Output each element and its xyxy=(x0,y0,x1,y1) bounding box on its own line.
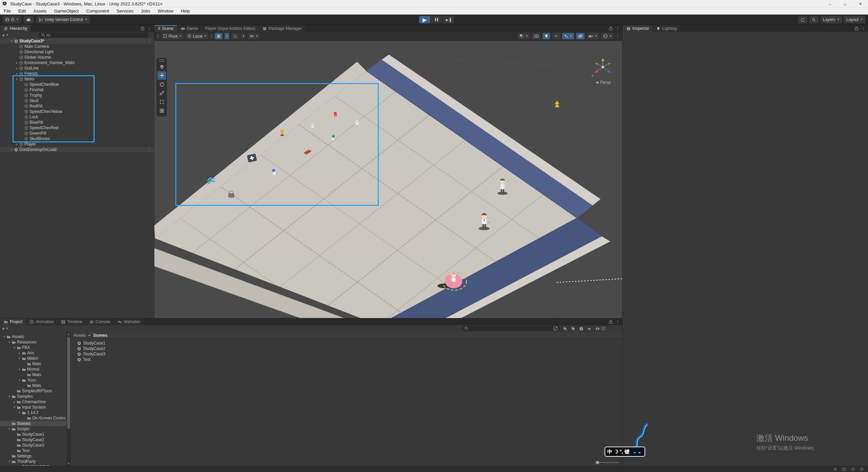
lock-icon[interactable] xyxy=(609,320,613,324)
kebab-menu-icon[interactable]: ⋮ xyxy=(147,148,151,152)
project-folder-mats[interactable]: Mats xyxy=(0,361,66,367)
cloud-button[interactable] xyxy=(24,16,34,23)
hierarchy-row-firstaid[interactable]: FirstAid xyxy=(0,87,154,93)
expand-arrow[interactable]: ▾ xyxy=(7,395,12,398)
rect-tool-button[interactable] xyxy=(157,98,166,106)
notifications-muted-icon[interactable] xyxy=(833,467,837,471)
hierarchy-row-global-volume[interactable]: Global Volume xyxy=(0,55,154,60)
pivot-dropdown[interactable]: Pivot ▼ xyxy=(161,33,183,39)
project-folder-on-screen-contro[interactable]: On-Screen Contro xyxy=(0,415,66,421)
expand-arrow[interactable]: ▾ xyxy=(15,77,19,81)
asset-zoom-slider[interactable] xyxy=(596,460,619,465)
version-control-button[interactable]: Unity Version Control ▼ xyxy=(36,16,90,23)
project-folder-studycase2[interactable]: StudyCase2 xyxy=(0,437,66,442)
transform-tool-button[interactable] xyxy=(157,106,166,115)
project-folder-input-system[interactable]: ▾Input System xyxy=(0,405,66,410)
breadcrumb-current[interactable]: Scenes xyxy=(93,333,107,338)
account-button[interactable]: G ▼ xyxy=(3,16,21,23)
project-folder-fbx[interactable]: ▾FBX xyxy=(0,345,66,350)
expand-arrow[interactable]: ▸ xyxy=(15,66,19,70)
global-search-button[interactable] xyxy=(809,16,818,23)
visibility-eye-icon[interactable] xyxy=(595,326,600,331)
expand-arrow[interactable]: ▾ xyxy=(12,346,17,349)
rotate-tool-button[interactable] xyxy=(157,80,166,88)
menu-edit[interactable]: Edit xyxy=(15,8,29,14)
tab-hierarchy[interactable]: Hierarchy xyxy=(0,25,31,32)
hierarchy-row-speedchevyellow[interactable]: SpeedChevYellow xyxy=(0,109,154,114)
maximize-button[interactable]: □ xyxy=(837,0,853,8)
tab-timeline[interactable]: Timeline xyxy=(58,318,86,325)
draw-mode-dropdown[interactable]: ▼ xyxy=(517,33,530,39)
scene-lighting-toggle[interactable] xyxy=(542,33,550,39)
project-folder-momoi[interactable]: ▾Momoi xyxy=(0,367,66,372)
pause-button[interactable] xyxy=(431,16,442,23)
tab-animation[interactable]: Animation xyxy=(26,318,57,325)
open-search-window-icon[interactable] xyxy=(553,326,558,331)
project-folder-1-14-2[interactable]: ▾1.14.2 xyxy=(0,410,66,415)
expand-arrow[interactable]: ▾ xyxy=(17,368,22,371)
project-folder-resources[interactable]: ▾Resources xyxy=(0,339,66,345)
project-folder-studycase3[interactable]: StudyCase3 xyxy=(0,442,66,448)
minimize-button[interactable]: – xyxy=(822,0,837,8)
lock-icon[interactable] xyxy=(609,26,613,31)
project-folder-simpleurptoon[interactable]: SimpleURPToon xyxy=(0,388,66,394)
slider-knob[interactable] xyxy=(596,461,599,464)
handle-rotation-dropdown[interactable]: Local ▼ xyxy=(185,33,209,39)
project-folder-assets[interactable]: ▾Assets xyxy=(0,334,66,339)
menu-help[interactable]: Help xyxy=(177,8,194,14)
project-folder-scenes[interactable]: Scenes xyxy=(0,421,66,426)
chevron-down-icon[interactable]: ▼ xyxy=(6,327,8,330)
project-folder-aris[interactable]: ▸Aris xyxy=(0,350,66,356)
project-folder-thirdparty[interactable]: ▾ThirdParty xyxy=(0,459,66,464)
view-orientation-gizmo[interactable]: x ◄ Persp xyxy=(588,57,618,85)
expand-arrow[interactable]: ▾ xyxy=(2,335,6,338)
asset-studycase3[interactable]: StudyCase3 xyxy=(77,351,622,357)
layout-dropdown[interactable]: Layout ▼ xyxy=(844,16,865,23)
hierarchy-row-main-camera[interactable]: Main Camera xyxy=(0,44,154,49)
projection-mode-label[interactable]: ◄ Persp xyxy=(588,80,618,85)
project-search-input[interactable] xyxy=(462,326,560,331)
hierarchy-search-input[interactable]: All xyxy=(39,33,149,38)
expand-arrow[interactable]: ▾ xyxy=(17,357,22,360)
scene-camera-dropdown[interactable]: ▼ xyxy=(587,33,599,39)
scroll-down-icon[interactable]: ▼ xyxy=(66,461,71,466)
favorites-star-icon[interactable]: ★ xyxy=(587,326,591,331)
expand-arrow[interactable]: ▾ xyxy=(12,406,17,409)
menu-assets[interactable]: Assets xyxy=(29,8,50,14)
hierarchy-row-friends[interactable]: ▸Friends xyxy=(0,71,154,76)
tab-project[interactable]: Project xyxy=(0,318,26,325)
menu-window[interactable]: Window xyxy=(154,8,177,14)
menu-gameobject[interactable]: GameObject xyxy=(50,8,82,14)
hierarchy-row-dontdestroyonload[interactable]: ▸DontDestroyOnLoad⋮ xyxy=(0,147,154,152)
project-folder-studycase1[interactable]: StudyCase1 xyxy=(0,432,66,437)
drag-handle-icon[interactable] xyxy=(157,34,159,39)
tab-lighting[interactable]: Lighting xyxy=(653,25,680,32)
move-tool-button[interactable] xyxy=(157,71,166,80)
project-folder-mats[interactable]: Mats xyxy=(0,372,66,377)
expand-arrow[interactable]: ▾ xyxy=(9,39,14,43)
expand-arrow[interactable]: ▸ xyxy=(15,142,19,146)
project-folder-scripts[interactable]: ▾Scripts xyxy=(0,426,66,432)
grid-options-dropdown[interactable]: ▼ xyxy=(224,33,229,39)
add-asset-button[interactable]: + xyxy=(2,326,5,331)
project-folder-mats[interactable]: Mats xyxy=(0,383,66,388)
hierarchy-row-lock[interactable]: Lock xyxy=(0,114,154,120)
scroll-up-icon[interactable]: ▲ xyxy=(66,332,71,336)
close-button[interactable]: ✕ xyxy=(853,0,868,8)
chevron-down-icon[interactable]: ▼ xyxy=(6,34,8,37)
kebab-menu-icon[interactable]: ⋮ xyxy=(616,319,620,324)
expand-arrow[interactable]: ▸ xyxy=(15,61,19,64)
hierarchy-row-redpill[interactable]: RedPill xyxy=(0,103,154,109)
hierarchy-row-outline[interactable]: ▸OutLine xyxy=(0,65,154,71)
expand-arrow[interactable]: ▾ xyxy=(17,378,22,382)
menu-services[interactable]: Services xyxy=(113,8,137,14)
hierarchy-row-greenpill[interactable]: GreenPill xyxy=(0,131,154,136)
project-tree-scrollbar[interactable]: ▲ ▼ xyxy=(66,332,71,466)
play-button[interactable]: ▶ xyxy=(419,16,430,23)
menu-jobs[interactable]: Jobs xyxy=(137,8,154,14)
hidden-packages-icon[interactable] xyxy=(579,327,584,331)
hand-tool-button[interactable] xyxy=(157,62,166,71)
asset-test[interactable]: Test xyxy=(77,357,622,362)
status-ok-icon[interactable] xyxy=(860,467,864,471)
asset-studycase1[interactable]: StudyCase1 xyxy=(77,340,622,346)
